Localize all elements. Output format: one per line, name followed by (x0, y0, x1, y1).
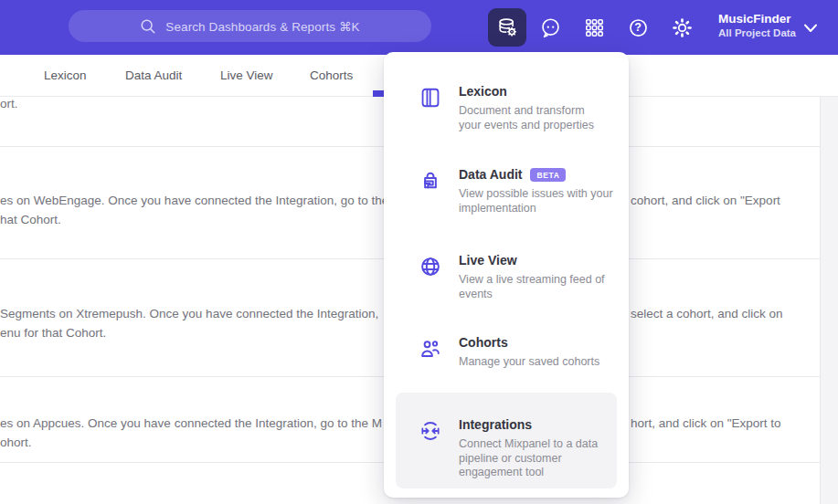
content-text: es on Appcues. Once you have connected t… (0, 415, 382, 433)
content-text: select a cohort, and click on (631, 305, 783, 323)
project-name: MusicFinder (718, 11, 806, 26)
vertical-scrollbar[interactable] (820, 97, 838, 504)
menu-item-live-view[interactable]: Live View View a live streaming feed of … (396, 253, 617, 301)
menu-item-title: Live View (459, 253, 517, 268)
menu-item-description: View possible issues with your implement… (459, 187, 613, 215)
menu-item-integrations[interactable]: Integrations Connect Mixpanel to a data … (396, 393, 617, 488)
menu-item-description: Connect Mixpanel to a data pipeline or c… (459, 437, 598, 480)
data-management-button[interactable] (488, 8, 526, 47)
menu-item-title: Integrations (459, 417, 532, 433)
content-text: hort, and click on "Export to (631, 415, 781, 433)
content-text: es on WebEngage. Once you have connected… (0, 192, 388, 210)
people-icon (419, 337, 442, 361)
data-management-menu: Lexicon Document and transform your even… (384, 52, 629, 498)
grid-icon (583, 16, 606, 39)
menu-item-title: Cohorts (459, 335, 508, 351)
menu-item-lexicon[interactable]: Lexicon Document and transform your even… (396, 84, 617, 132)
content-text: hat Cohort. (0, 211, 61, 229)
content-text: ohort. (0, 434, 32, 452)
apps-grid-button[interactable] (579, 13, 609, 42)
project-subtitle: All Project Data (718, 26, 806, 40)
menu-item-description: Manage your saved cohorts (459, 355, 599, 370)
content-text: cohort, and click on "Export (631, 192, 780, 210)
menu-item-cohorts[interactable]: Cohorts Manage your saved cohorts (396, 335, 617, 370)
tab-cohorts[interactable]: Cohorts (310, 68, 353, 82)
chevron-down-icon[interactable] (803, 23, 818, 34)
menu-item-title: Data Audit (459, 167, 522, 183)
search-placeholder: Search Dashboards & Reports ⌘K (165, 19, 359, 34)
database-gear-icon (495, 16, 519, 39)
content-text: enu for that Cohort. (0, 324, 106, 342)
tab-live-view[interactable]: Live View (220, 68, 273, 82)
sync-arrows-icon (419, 419, 442, 443)
project-switcher[interactable]: MusicFinder All Project Data (718, 11, 806, 40)
tab-data-audit[interactable]: Data Audit (125, 68, 182, 82)
feedback-button[interactable] (536, 13, 565, 42)
lexicon-book-icon (419, 86, 442, 110)
content-text: ort. (0, 95, 18, 113)
help-button[interactable]: ? (623, 13, 652, 42)
menu-item-data-audit[interactable]: Data Audit BETA View possible issues wit… (396, 167, 617, 215)
settings-button[interactable] (667, 13, 696, 42)
globe-icon (419, 255, 442, 278)
menu-item-description: View a live streaming feed of events (459, 273, 605, 301)
top-navigation-bar: Search Dashboards & Reports ⌘K (0, 0, 838, 55)
menu-item-description: Document and transform your events and p… (459, 104, 594, 132)
menu-item-title: Lexicon (459, 84, 507, 100)
tab-lexicon[interactable]: Lexicon (44, 68, 87, 82)
search-input[interactable]: Search Dashboards & Reports ⌘K (69, 10, 431, 42)
beta-badge: BETA (530, 168, 566, 182)
chat-smiley-icon (539, 16, 562, 39)
app-window: ort. es on WebEngage. Once you have conn… (0, 0, 838, 504)
help-glyph: ? (623, 13, 652, 42)
gear-icon (671, 16, 694, 39)
search-icon (140, 18, 156, 35)
content-text: Segments on Xtremepush. Once you have co… (0, 305, 378, 323)
lock-spiral-icon (419, 169, 442, 193)
